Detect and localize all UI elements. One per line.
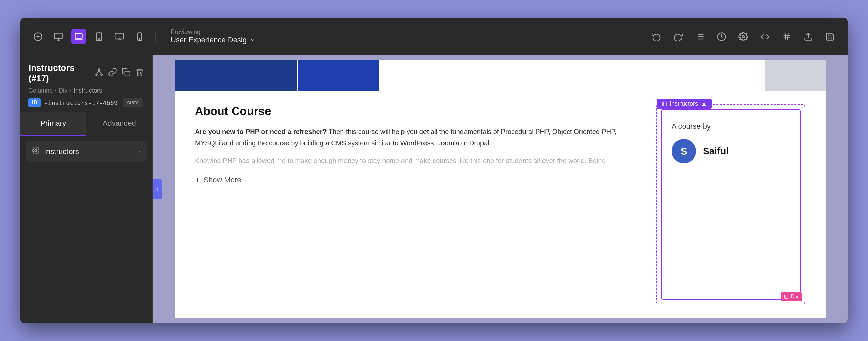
- redo-button[interactable]: [671, 29, 686, 44]
- show-more-label: Show More: [203, 176, 241, 184]
- canvas-content: About Course Are you new to PHP or need …: [175, 91, 826, 318]
- toolbar-right: [649, 29, 837, 44]
- svg-point-31: [35, 149, 37, 152]
- hash-icon[interactable]: [779, 29, 794, 44]
- tab-primary[interactable]: Primary: [20, 112, 86, 136]
- app-window: Previewing User Experience Desig: [20, 18, 848, 323]
- monitor-icon[interactable]: [112, 29, 127, 44]
- laptop-icon[interactable]: [71, 29, 86, 44]
- breadcrumb: Columns › Div › Instructors: [28, 87, 144, 94]
- course-bold-text: Are you new to PHP or need a refresher?: [195, 128, 327, 135]
- sidebar-title-row: Instructors (#17): [28, 63, 144, 84]
- svg-line-22: [785, 33, 786, 40]
- instructors-inner-card: A course by S Saiful: [661, 109, 801, 300]
- id-badge: ID: [28, 98, 41, 107]
- instructors-card-label: Instructors ▲: [657, 99, 712, 109]
- collapse-icon[interactable]: ▲: [701, 100, 707, 107]
- sidebar-item-instructors[interactable]: Instructors ›: [26, 141, 147, 162]
- preview-project-name: User Experience Desig: [171, 36, 256, 44]
- a-course-by-text: A course by: [672, 122, 790, 131]
- export-icon[interactable]: [801, 29, 816, 44]
- undo-button[interactable]: [649, 29, 664, 44]
- topbar-blue-block: [175, 60, 297, 91]
- ipad-icon[interactable]: [92, 29, 106, 44]
- plus-icon: +: [195, 175, 200, 185]
- course-description: Are you new to PHP or need a refresher? …: [195, 126, 636, 149]
- tab-advanced[interactable]: Advanced: [86, 112, 153, 136]
- canvas-frame: About Course Are you new to PHP or need …: [175, 60, 826, 318]
- instructor-avatar: S: [672, 139, 696, 163]
- sidebar-items: Instructors ›: [20, 136, 152, 167]
- toolbar-separator: [155, 31, 156, 43]
- svg-point-11: [139, 38, 140, 39]
- canvas-topbar: [175, 60, 826, 91]
- instructors-card-title: Instructors: [670, 100, 698, 107]
- sidebar-element-title: Instructors (#17): [28, 63, 95, 84]
- state-badge: state: [123, 98, 143, 107]
- svg-line-29: [99, 71, 102, 74]
- canvas-toggle[interactable]: ‹: [153, 179, 162, 199]
- course-faded-text: Knowing PHP has allowed me to make enoug…: [195, 155, 636, 166]
- add-icon[interactable]: [31, 29, 45, 44]
- network-icon[interactable]: [95, 68, 103, 79]
- svg-point-26: [96, 74, 97, 75]
- gear-icon: [32, 147, 39, 156]
- svg-rect-30: [125, 71, 130, 76]
- svg-line-28: [96, 71, 99, 74]
- delete-icon[interactable]: [135, 68, 144, 79]
- sidebar: Instructors (#17): [20, 55, 153, 323]
- settings-icon[interactable]: [736, 29, 751, 44]
- instructor-name: Saiful: [703, 146, 729, 157]
- svg-point-27: [101, 74, 102, 75]
- topbar-darkblue-block: [298, 60, 379, 91]
- svg-point-19: [742, 35, 745, 38]
- svg-rect-3: [54, 33, 62, 38]
- about-course-title: About Course: [195, 104, 636, 118]
- preview-dropdown[interactable]: Previewing User Experience Desig: [171, 28, 256, 44]
- duplicate-icon[interactable]: [122, 68, 131, 79]
- instructors-label: Instructors: [44, 147, 134, 156]
- toolbar-left: Previewing User Experience Desig: [31, 28, 256, 44]
- show-more-button[interactable]: + Show More: [195, 175, 636, 185]
- code-icon[interactable]: [757, 29, 772, 44]
- sidebar-tabs: Primary Advanced: [20, 112, 152, 136]
- main-content: Instructors (#17): [20, 55, 848, 323]
- save-icon[interactable]: [823, 29, 837, 44]
- chevron-right-icon: ›: [138, 148, 141, 156]
- svg-rect-34: [785, 295, 788, 299]
- instructor-row: S Saiful: [672, 139, 790, 163]
- instructors-card-wrapper: Instructors ▲ A course by S Saiful: [656, 104, 805, 304]
- div-badge: Div: [781, 292, 802, 301]
- svg-line-23: [787, 33, 788, 40]
- desktop-icon[interactable]: [51, 29, 66, 44]
- id-value: -instructors-17-4669: [44, 99, 118, 106]
- history-icon[interactable]: [714, 29, 729, 44]
- instructors-section: Instructors ▲ A course by S Saiful: [656, 104, 805, 304]
- canvas-area: ‹ About Course Are you new to PHP or nee…: [153, 55, 848, 323]
- svg-rect-6: [75, 33, 82, 38]
- svg-rect-32: [662, 102, 666, 106]
- sidebar-title-actions: [95, 68, 144, 79]
- id-row: ID -instructors-17-4669 state: [28, 98, 144, 107]
- about-course-section: About Course Are you new to PHP or need …: [195, 104, 636, 304]
- toolbar: Previewing User Experience Desig: [20, 18, 848, 55]
- svg-point-25: [98, 69, 100, 70]
- link-icon[interactable]: [108, 68, 117, 79]
- phone-icon[interactable]: [132, 29, 147, 44]
- sidebar-header: Instructors (#17): [20, 55, 152, 112]
- structure-icon[interactable]: [692, 29, 707, 44]
- svg-point-8: [99, 38, 99, 39]
- topbar-gray-block: [765, 60, 826, 91]
- previewing-label: Previewing: [171, 28, 256, 36]
